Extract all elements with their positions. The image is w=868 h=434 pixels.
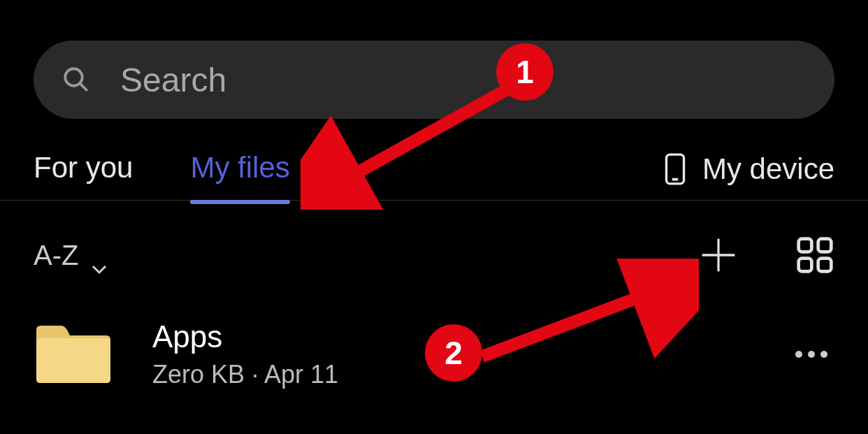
annotation-badge-1: 1: [496, 43, 554, 101]
folder-icon: [34, 323, 113, 386]
toolbar-row: A-Z: [34, 236, 834, 275]
view-grid-button[interactable]: [795, 236, 834, 275]
chevron-down-icon: [91, 249, 108, 261]
svg-rect-8: [799, 259, 812, 272]
device-icon: [665, 153, 686, 185]
my-device-link[interactable]: My device: [665, 152, 834, 186]
device-label: My device: [702, 152, 834, 186]
svg-line-13: [482, 287, 667, 356]
annotation-badge-2: 2: [425, 324, 482, 382]
svg-point-0: [65, 68, 82, 86]
sort-control[interactable]: A-Z: [34, 240, 108, 271]
add-button[interactable]: [699, 236, 738, 275]
annotation-arrow-2: [461, 259, 699, 377]
grid-icon: [795, 236, 834, 275]
svg-line-1: [80, 84, 87, 91]
tab-my-files[interactable]: My files: [190, 151, 289, 187]
svg-rect-9: [818, 259, 832, 272]
svg-rect-6: [799, 239, 812, 252]
more-button[interactable]: [788, 344, 834, 365]
svg-line-11: [328, 84, 517, 189]
search-icon: [62, 65, 91, 94]
svg-rect-7: [818, 239, 832, 252]
more-icon: [795, 351, 827, 358]
sort-label: A-Z: [34, 240, 78, 271]
plus-icon: [699, 236, 738, 275]
tab-for-you[interactable]: For you: [34, 151, 133, 187]
